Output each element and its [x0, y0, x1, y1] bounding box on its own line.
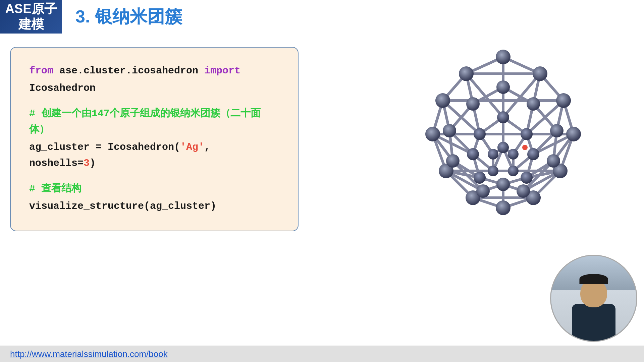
svg-point-85 [466, 97, 480, 111]
svg-point-72 [533, 66, 547, 81]
svg-point-73 [459, 66, 474, 81]
svg-point-92 [496, 178, 510, 191]
svg-point-94 [521, 128, 533, 140]
svg-point-96 [527, 148, 539, 160]
header-dark-bg: ASE原子建模 [0, 0, 62, 34]
svg-point-97 [467, 148, 479, 160]
website-link[interactable]: http://www.materialssimulation.com/book [10, 349, 168, 359]
svg-point-91 [476, 184, 490, 198]
university-logo: 華中科技大學 [572, 3, 634, 16]
svg-point-99 [474, 172, 486, 184]
webcam-person [551, 256, 636, 341]
ag-cluster-code: ag_cluster = Icosahedron('Ag', noshells=… [29, 141, 210, 169]
svg-point-95 [474, 128, 486, 140]
close-paren: ) [90, 158, 96, 169]
code-blank-1 [29, 98, 279, 106]
svg-point-103 [508, 166, 519, 176]
string-ag: 'Ag' [180, 141, 204, 153]
bottom-bar: http://www.materialssimulation.com/book [0, 346, 644, 362]
svg-point-76 [566, 127, 581, 141]
app-title: ASE原子建模 [0, 1, 62, 32]
code-line-5: visualize_structure(ag_cluster) [29, 198, 279, 214]
svg-point-98 [521, 172, 533, 184]
svg-point-104 [488, 166, 498, 176]
code-blank-2 [29, 173, 279, 181]
cluster-visualization [406, 30, 600, 225]
cursor-dot [522, 145, 528, 150]
svg-point-75 [435, 93, 450, 108]
class-name: Icosahedron [29, 82, 96, 94]
svg-point-86 [550, 124, 564, 137]
code-comment-2: # 查看结构 [29, 181, 279, 197]
code-line-1: from ase.cluster.icosahedron import [29, 63, 279, 79]
slide-main-title: 3. 银纳米团簇 [75, 5, 182, 28]
visualize-code: visualize_structure(ag_cluster) [29, 200, 216, 212]
svg-point-77 [425, 127, 440, 141]
num-3: 3 [84, 158, 90, 169]
code-line-3: ag_cluster = Icosahedron('Ag', noshells=… [29, 139, 279, 171]
svg-point-88 [547, 154, 560, 168]
svg-point-101 [508, 149, 519, 160]
svg-point-84 [527, 97, 540, 111]
code-block: from ase.cluster.icosahedron import Icos… [10, 47, 299, 231]
cluster-svg [406, 30, 600, 225]
header-white-bg: 3. 银纳米团簇 [62, 0, 644, 34]
keyword-import: import [204, 65, 240, 76]
svg-point-100 [497, 142, 509, 153]
svg-point-93 [497, 111, 509, 123]
svg-point-71 [496, 50, 511, 64]
svg-point-82 [496, 200, 511, 215]
comment-text-2: # 查看结构 [29, 183, 82, 194]
module-name: ase.cluster.icosahedron [53, 65, 204, 76]
svg-point-90 [517, 184, 530, 198]
code-comment-1: # 创建一个由147个原子组成的银纳米团簇（二十面体） [29, 106, 279, 138]
keyword-from: from [29, 65, 53, 76]
code-line-1b: Icosahedron [29, 80, 279, 96]
svg-point-83 [496, 80, 510, 94]
svg-point-87 [443, 124, 456, 137]
svg-point-102 [488, 149, 498, 160]
svg-point-74 [556, 93, 571, 108]
webcam-overlay [550, 255, 637, 342]
svg-point-89 [446, 154, 460, 168]
comment-text-1: # 创建一个由147个原子组成的银纳米团簇（二十面体） [29, 108, 261, 135]
